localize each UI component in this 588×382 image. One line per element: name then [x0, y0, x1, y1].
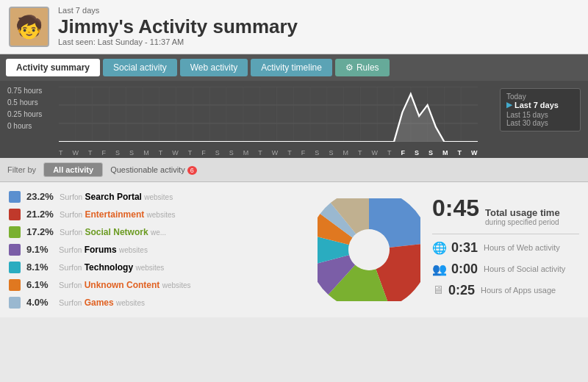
tab-web-activity[interactable]: Web activity: [180, 59, 248, 76]
color-swatch: [9, 297, 21, 309]
color-swatch: [9, 226, 21, 238]
chart-area: 0.75 hours 0.5 hours 0.25 hours 0 hours: [0, 81, 588, 158]
y-label-0: 0 hours: [7, 122, 42, 130]
time-label-s2: S: [129, 149, 134, 156]
stats-detail: 🌐 0:31 Hours of Web activity 👥 0:00 Hour…: [432, 234, 579, 298]
tab-rules[interactable]: ⚙ Rules: [335, 59, 390, 76]
social-activity-row: 👥 0:00 Hours of Social activity: [432, 262, 579, 277]
time-label-t2: T: [88, 149, 93, 156]
filter-all-activity[interactable]: All activity: [43, 162, 103, 177]
list-item: 17.2% Surfon Social Network we...: [9, 226, 306, 238]
color-swatch: [9, 262, 21, 273]
time-label-s6: S: [329, 149, 333, 156]
chart-svg: [59, 87, 478, 142]
activity-name: Surfon Search Portal websites: [60, 192, 173, 202]
list-item: 6.1% Surfon Unknown Content websites: [9, 279, 306, 291]
list-item: 23.2% Surfon Search Portal websites: [9, 191, 306, 203]
y-label-025: 0.25 hours: [7, 110, 42, 118]
apps-time-value: 0:25: [448, 283, 476, 298]
legend-last30[interactable]: Last 30 days: [506, 119, 574, 127]
social-time-value: 0:00: [451, 262, 479, 277]
arrow-icon: ▶: [506, 101, 512, 109]
header-text: Last 7 days Jimmy's Activity summary Las…: [58, 6, 298, 48]
period-label: Last 7 days: [58, 6, 298, 15]
legend-last7[interactable]: ▶ Last 7 days: [506, 101, 574, 109]
time-label-t1: T: [59, 149, 63, 156]
tab-activity-summary[interactable]: Activity summary: [6, 59, 100, 76]
last-seen-label: Last seen: Last Sunday - 11:37 AM: [58, 37, 298, 46]
activity-name: Surfon Unknown Content websites: [59, 280, 191, 290]
activity-name: Surfon Entertainment websites: [60, 209, 176, 220]
apps-icon: 🖥: [432, 284, 444, 297]
pie-chart: [318, 198, 420, 301]
tab-bar: Activity summary Social activity Web act…: [0, 54, 588, 81]
total-time-desc: Total usage time during specified period: [485, 207, 560, 226]
y-label-050: 0.5 hours: [7, 98, 42, 107]
web-time-value: 0:31: [451, 240, 479, 256]
apps-usage-row: 🖥 0:25 Hours of Apps usage: [432, 283, 579, 298]
activity-pct: 23.2%: [26, 191, 54, 202]
list-item: 4.0% Surfon Games websites: [9, 297, 306, 309]
activity-name: Surfon Technology websites: [59, 262, 164, 273]
legend-last15[interactable]: Last 15 days: [506, 111, 574, 119]
tab-social-activity[interactable]: Social activity: [103, 59, 177, 76]
color-swatch: [9, 244, 21, 256]
time-label-w4: W: [371, 149, 378, 156]
time-label-t3: T: [159, 149, 163, 156]
time-label-s8: S: [429, 149, 433, 156]
time-label-f1: F: [102, 149, 107, 156]
time-label-t4: T: [188, 149, 193, 156]
chart-legend: Today ▶ Last 7 days Last 15 days Last 30…: [500, 88, 581, 131]
filter-label: Filter by: [7, 165, 36, 174]
time-label-m3: M: [343, 149, 348, 156]
time-label-t5: T: [258, 149, 262, 156]
activity-pct: 21.2%: [26, 209, 54, 220]
time-label-s3: S: [215, 149, 220, 156]
tab-activity-timeline[interactable]: Activity timeline: [251, 59, 332, 76]
time-label-m1: M: [143, 149, 149, 156]
time-label-t7: T: [358, 149, 362, 156]
web-activity-label: Hours of Web activity: [484, 243, 560, 252]
time-label-w2: W: [172, 149, 179, 156]
time-label-t6: T: [287, 149, 292, 156]
gear-icon: ⚙: [345, 62, 354, 73]
color-swatch: [9, 209, 21, 220]
list-item: 21.2% Surfon Entertainment websites: [9, 209, 306, 220]
header: 🧒 Last 7 days Jimmy's Activity summary L…: [0, 0, 588, 54]
time-label-f4: F: [401, 149, 405, 156]
time-label-m4: M: [442, 149, 448, 156]
main-content: 23.2% Surfon Search Portal websites 21.2…: [0, 182, 588, 317]
time-label-t9: T: [458, 149, 462, 156]
time-label-w5: W: [471, 149, 478, 156]
filter-questionable[interactable]: Questionable activity 6: [110, 165, 197, 174]
activity-name: Surfon Forums websites: [59, 245, 148, 255]
time-label-f3: F: [301, 149, 306, 156]
svg-marker-28: [59, 94, 478, 142]
svg-point-37: [348, 229, 390, 270]
activity-pct: 9.1%: [26, 244, 53, 255]
color-swatch: [9, 279, 21, 291]
list-item: 9.1% Surfon Forums websites: [9, 244, 306, 256]
activity-list: 23.2% Surfon Search Portal websites 21.2…: [9, 191, 306, 309]
time-label-t8: T: [387, 149, 392, 156]
questionable-badge: 6: [187, 166, 197, 175]
web-activity-row: 🌐 0:31 Hours of Web activity: [432, 240, 579, 256]
activity-pct: 8.1%: [26, 262, 53, 273]
time-label-s1: S: [115, 149, 120, 156]
social-activity-label: Hours of Social activity: [484, 264, 565, 273]
time-label-w: W: [73, 149, 79, 156]
y-label-075: 0.75 hours: [7, 87, 42, 95]
activity-pct: 17.2%: [26, 226, 54, 237]
activity-pct: 6.1%: [26, 279, 53, 290]
apps-usage-label: Hours of Apps usage: [481, 286, 556, 295]
user-name: Jimmy: [58, 15, 118, 37]
time-label-w3: W: [272, 149, 279, 156]
people-icon: 👥: [432, 262, 447, 276]
time-label-f2: F: [201, 149, 206, 156]
total-time-row: 0:45 Total usage time during specified p…: [432, 195, 579, 226]
time-label-m2: M: [243, 149, 249, 156]
avatar: 🧒: [9, 7, 49, 47]
page-title: Jimmy's Activity summary: [58, 16, 298, 37]
time-label-s5: S: [315, 149, 319, 156]
pie-svg: [318, 198, 420, 301]
